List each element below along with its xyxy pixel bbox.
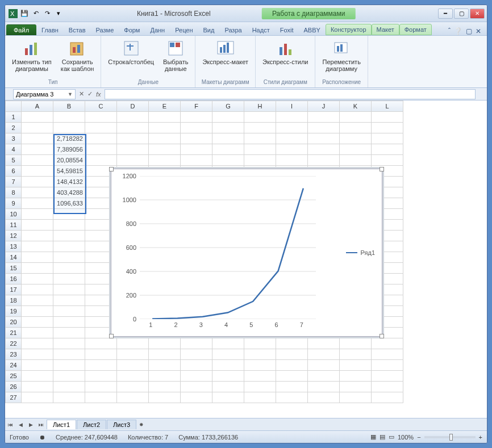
cell-C22[interactable] — [85, 338, 117, 349]
tab-developer[interactable]: Разра — [219, 24, 247, 35]
view-pagelayout-icon[interactable]: ▤ — [380, 433, 385, 441]
cell-F24[interactable] — [181, 360, 212, 371]
sheet-tab-3[interactable]: Лист3 — [107, 420, 136, 429]
tab-data[interactable]: Данн — [145, 24, 170, 35]
cell-L27[interactable] — [372, 392, 403, 403]
col-header-B[interactable]: B — [53, 101, 85, 112]
cell-H3[interactable] — [244, 133, 276, 144]
cell-I25[interactable] — [276, 371, 308, 382]
cell-C5[interactable] — [85, 155, 117, 166]
chevron-down-icon[interactable]: ▼ — [68, 91, 73, 97]
cell-B26[interactable] — [53, 382, 85, 392]
row-header-3[interactable]: 3 — [6, 133, 22, 144]
cell-K1[interactable] — [340, 112, 372, 123]
cell-D23[interactable] — [117, 349, 149, 360]
tab-chart-design[interactable]: Конструктор — [326, 24, 372, 35]
cell-C3[interactable] — [85, 133, 117, 144]
cell-E23[interactable] — [149, 349, 181, 360]
fx-icon[interactable]: fx — [96, 91, 101, 98]
zoom-out-button[interactable]: − — [417, 434, 420, 441]
view-normal-icon[interactable]: ▦ — [370, 433, 376, 441]
cell-B24[interactable] — [53, 360, 85, 371]
cell-B22[interactable] — [53, 338, 85, 349]
cell-D27[interactable] — [117, 392, 149, 403]
cell-A21[interactable] — [22, 328, 53, 338]
undo-icon[interactable]: ↶ — [31, 9, 40, 18]
switch-row-column-button[interactable]: Строка/столбец — [106, 38, 156, 73]
cell-E1[interactable] — [149, 112, 181, 123]
tab-file[interactable]: Файл — [6, 24, 36, 35]
cell-B21[interactable] — [53, 328, 85, 338]
cell-E24[interactable] — [149, 360, 181, 371]
cell-A5[interactable] — [22, 155, 53, 166]
row-header-16[interactable]: 16 — [6, 274, 22, 284]
row-header-19[interactable]: 19 — [6, 306, 22, 317]
cell-A26[interactable] — [22, 382, 53, 392]
cell-G27[interactable] — [212, 392, 244, 403]
cell-A3[interactable] — [22, 133, 53, 144]
sheet-tab-1[interactable]: Лист1 — [47, 420, 76, 429]
cell-G1[interactable] — [212, 112, 244, 123]
cell-H25[interactable] — [244, 371, 276, 382]
minimize-button[interactable]: ━ — [438, 9, 453, 19]
cell-B16[interactable] — [53, 274, 85, 284]
cell-G22[interactable] — [212, 338, 244, 349]
cell-A2[interactable] — [22, 123, 53, 133]
cell-B11[interactable] — [53, 220, 85, 231]
close-button[interactable]: ✕ — [470, 9, 485, 19]
move-chart-button[interactable]: Переместить диаграмму — [320, 38, 362, 73]
cell-D3[interactable] — [117, 133, 149, 144]
row-header-4[interactable]: 4 — [6, 144, 22, 155]
cell-K4[interactable] — [340, 144, 372, 155]
next-sheet-button[interactable]: ▶ — [26, 420, 36, 430]
cell-B20[interactable] — [53, 317, 85, 328]
cell-F23[interactable] — [181, 349, 212, 360]
tab-view[interactable]: Вид — [198, 24, 220, 35]
row-header-25[interactable]: 25 — [6, 371, 22, 382]
cell-K22[interactable] — [340, 338, 372, 349]
cell-A18[interactable] — [22, 295, 53, 306]
prev-sheet-button[interactable]: ◀ — [15, 420, 26, 430]
cell-F1[interactable] — [181, 112, 212, 123]
cell-J22[interactable] — [308, 338, 340, 349]
cell-A25[interactable] — [22, 371, 53, 382]
quick-layout-button[interactable]: Экспресс-макет — [200, 38, 251, 66]
cell-J1[interactable] — [308, 112, 340, 123]
cell-J26[interactable] — [308, 382, 340, 392]
col-header-G[interactable]: G — [212, 101, 244, 112]
cell-L1[interactable] — [372, 112, 403, 123]
col-header-J[interactable]: J — [308, 101, 340, 112]
cell-G25[interactable] — [212, 371, 244, 382]
cell-B1[interactable] — [53, 112, 85, 123]
cancel-icon[interactable]: ✕ — [79, 90, 84, 98]
cell-L25[interactable] — [372, 371, 403, 382]
row-header-15[interactable]: 15 — [6, 263, 22, 274]
formula-input[interactable] — [105, 89, 476, 99]
row-header-26[interactable]: 26 — [6, 382, 22, 392]
cell-J27[interactable] — [308, 392, 340, 403]
cell-B12[interactable] — [53, 231, 85, 241]
cell-J5[interactable] — [308, 155, 340, 166]
cell-I27[interactable] — [276, 392, 308, 403]
tab-abbyy[interactable]: ABBY — [299, 24, 326, 35]
cell-L23[interactable] — [372, 349, 403, 360]
resize-handle[interactable] — [109, 334, 114, 338]
tab-foxit[interactable]: Foxit — [275, 24, 299, 35]
cell-A12[interactable] — [22, 231, 53, 241]
cell-F4[interactable] — [181, 144, 212, 155]
qat-customize-icon[interactable]: ▾ — [54, 9, 63, 18]
cell-A6[interactable] — [22, 166, 53, 177]
cell-C4[interactable] — [85, 144, 117, 155]
col-header-A[interactable]: A — [22, 101, 53, 112]
cell-I22[interactable] — [276, 338, 308, 349]
cell-K23[interactable] — [340, 349, 372, 360]
close-workbook-icon[interactable]: ✕ — [476, 27, 481, 35]
tab-chart-layout[interactable]: Макет — [372, 24, 399, 35]
cell-F3[interactable] — [181, 133, 212, 144]
row-header-18[interactable]: 18 — [6, 295, 22, 306]
cell-B23[interactable] — [53, 349, 85, 360]
cell-G24[interactable] — [212, 360, 244, 371]
cell-I23[interactable] — [276, 349, 308, 360]
save-icon[interactable]: 💾 — [20, 9, 29, 18]
cell-L5[interactable] — [372, 155, 403, 166]
